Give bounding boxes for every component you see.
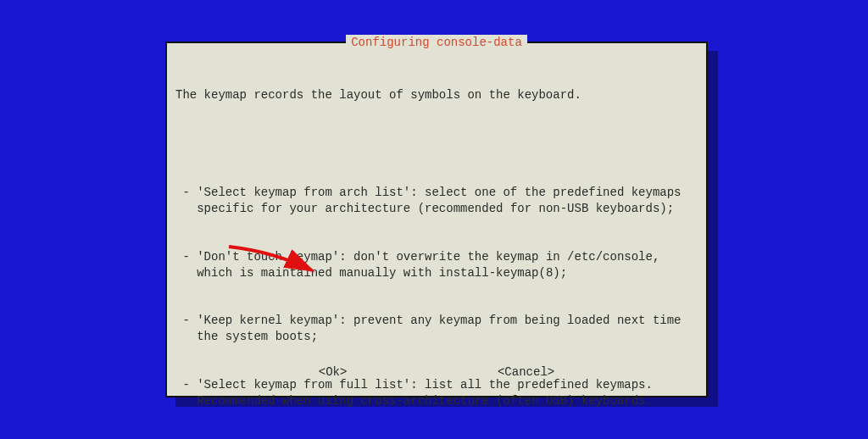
intro-text: The keymap records the layout of symbols… <box>175 87 698 103</box>
dialog-buttons: <Ok> <Cancel> <box>167 364 706 381</box>
dialog-title: Configuring console-data <box>346 35 527 51</box>
bullet-item: - 'Keep kernel keymap': prevent any keym… <box>175 313 698 345</box>
dialog-title-wrap: Configuring console-data <box>167 35 706 51</box>
bullets-block: - 'Select keymap from arch list': select… <box>175 153 698 439</box>
config-dialog: Configuring console-data The keymap reco… <box>165 42 708 397</box>
bullet-item: - 'Select keymap from arch list': select… <box>175 185 698 217</box>
bullet-item: - 'Don't touch keymap': don't overwrite … <box>175 249 698 281</box>
bullet-item: - 'Select keymap from full list': list a… <box>175 377 698 409</box>
cancel-button[interactable]: <Cancel> <box>498 364 554 381</box>
ok-button[interactable]: <Ok> <box>319 364 348 381</box>
